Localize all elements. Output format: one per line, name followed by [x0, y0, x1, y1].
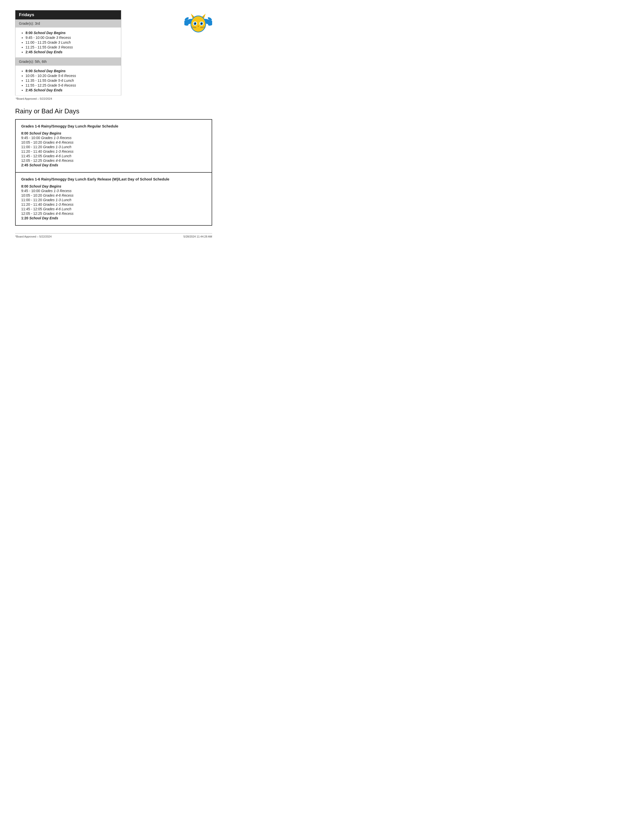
page-header: Fridays Grade(s): 3rd 8:00 School Day Be…: [15, 10, 212, 100]
fridays-header-row: Fridays: [15, 10, 121, 20]
fridays-table: Fridays Grade(s): 3rd 8:00 School Day Be…: [15, 10, 121, 96]
rainy-regular-item-6: 11:45 - 12:05 Grades 4-6 Lunch: [21, 154, 206, 158]
rainy-regular-item-8: 2:45 School Day Ends: [21, 163, 206, 167]
footer-timestamp: 5/28/2024 11:44:28 AM: [184, 235, 212, 238]
grade56-items-row: 8:00 School Day Begins 10:05 - 10:20 Gra…: [15, 66, 121, 96]
rainy-regular-block: Grades 1-6 Rainy/Smoggy Day Lunch Regula…: [16, 120, 212, 173]
rainy-regular-item-4: 11:00 - 11:20 Grades 1-3 Lunch: [21, 145, 206, 149]
grade3-header-row: Grade(s): 3rd: [15, 19, 121, 27]
rainy-early-item-3: 10:05 - 10:20 Grades 4-6 Recess: [21, 193, 206, 198]
rainy-regular-item-2: 9:45 - 10:00 Grades 1-3 Recess: [21, 136, 206, 140]
fridays-schedule-block: Fridays Grade(s): 3rd 8:00 School Day Be…: [15, 10, 121, 100]
grade56-header-row: Grade(s): 5th, 6th: [15, 58, 121, 66]
grade3-item-5: 2:45 School Day Ends: [26, 50, 116, 54]
grade3-item-1: 8:00 School Day Begins: [26, 31, 116, 35]
grade56-item-5: 2:45 School Day Ends: [26, 88, 116, 92]
grade56-item-1: 8:00 School Day Begins: [26, 69, 116, 73]
rainy-early-item-5: 11:20 - 11:40 Grades 1-3 Recess: [21, 203, 206, 206]
rainy-early-item-4: 11:00 - 11:20 Grades 1-3 Lunch: [21, 198, 206, 202]
rainy-regular-item-3: 10:05 - 10:20 Grades 4-6 Recess: [21, 140, 206, 145]
rainy-early-item-8: 1:20 School Day Ends: [21, 216, 206, 220]
rainy-regular-title: Grades 1-6 Rainy/Smoggy Day Lunch Regula…: [21, 124, 206, 128]
grade56-item-4: 11:55 - 12:25 Grade 5-6 Recess: [26, 83, 116, 87]
fridays-title: Fridays: [15, 10, 121, 20]
rainy-early-item-1: 8:00 School Day Begins: [21, 184, 206, 188]
rainy-regular-item-7: 12:05 - 12:25 Grades 4-6 Recess: [21, 159, 206, 162]
grade3-label: Grade(s): 3rd: [15, 19, 121, 27]
rainy-schedules-container: Grades 1-6 Rainy/Smoggy Day Lunch Regula…: [15, 119, 212, 226]
grade3-item-4: 11:25 - 11:55 Grade 3 Recess: [26, 45, 116, 49]
svg-point-20: [201, 23, 201, 24]
rainy-early-release-block: Grades 1-6 Rainy/Smoggy Day Lunch Early …: [16, 173, 212, 225]
grade3-items: 8:00 School Day Begins 9:45 - 10:00 Grad…: [15, 27, 121, 58]
rainy-early-title: Grades 1-6 Rainy/Smoggy Day Lunch Early …: [21, 177, 206, 181]
rainy-regular-item-5: 11:20 - 11:40 Grades 1-3 Recess: [21, 150, 206, 153]
rainy-section-title: Rainy or Bad Air Days: [15, 107, 212, 115]
rainy-early-item-2: 9:45 - 10:00 Grades 1-3 Recess: [21, 189, 206, 193]
footer-board-approved: *Board Approved – 5/22/2024: [15, 235, 52, 238]
fridays-board-approved: *Board Approved – 5/22/2024: [15, 97, 121, 100]
footer: *Board Approved – 5/22/2024 5/28/2024 11…: [15, 233, 212, 238]
rainy-early-item-7: 12:05 - 12:25 Grades 4-6 Recess: [21, 212, 206, 215]
grade56-items: 8:00 School Day Begins 10:05 - 10:20 Gra…: [15, 66, 121, 96]
grade56-item-2: 10:05 - 10:20 Grade 5-6 Recess: [26, 74, 116, 78]
rainy-regular-item-1: 8:00 School Day Begins: [21, 131, 206, 135]
mascot-svg: [184, 10, 212, 38]
svg-point-19: [194, 23, 195, 24]
rainy-early-item-6: 11:45 - 12:05 Grades 4-6 Lunch: [21, 207, 206, 211]
grade3-item-3: 11:00 - 11:25 Grade 3 Lunch: [26, 40, 116, 44]
grade3-item-2: 9:45 - 10:00 Grade 3 Recess: [26, 35, 116, 40]
grade3-items-row: 8:00 School Day Begins 9:45 - 10:00 Grad…: [15, 27, 121, 58]
mascot-logo: [184, 10, 212, 39]
grade56-item-3: 11:35 - 11:55 Grade 5-6 Lunch: [26, 79, 116, 82]
grade56-label: Grade(s): 5th, 6th: [15, 58, 121, 66]
